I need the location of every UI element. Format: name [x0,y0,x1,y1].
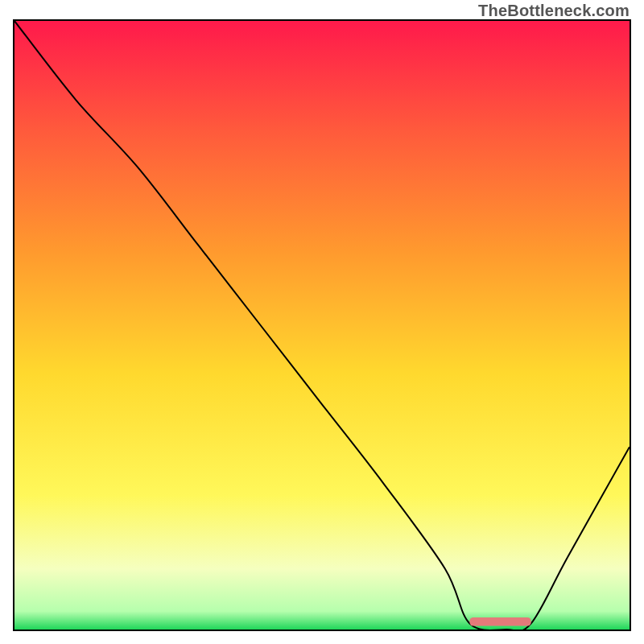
bottleneck-chart [14,21,630,630]
optimal-range-marker [469,617,530,626]
chart-background-gradient [14,21,630,630]
chart-frame [13,19,631,631]
watermark-text: TheBottleneck.com [478,2,630,20]
